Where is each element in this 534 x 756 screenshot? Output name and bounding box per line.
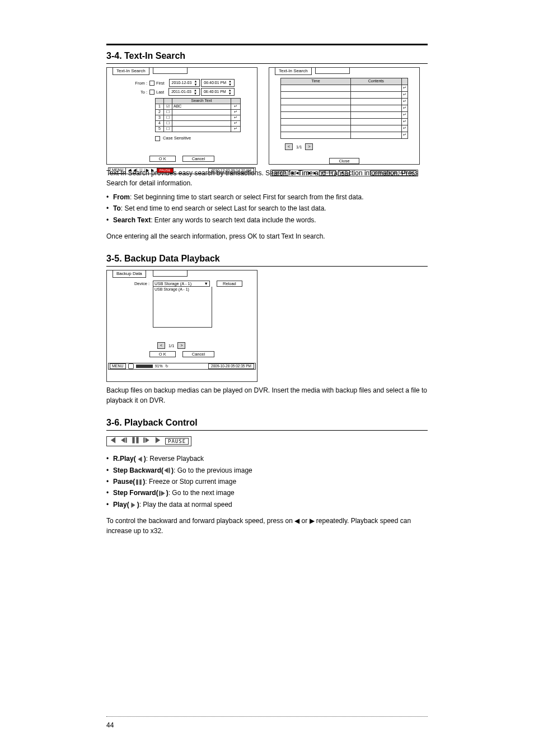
pause-icon [135, 478, 143, 486]
rplay-icon [136, 455, 144, 463]
cancel-button[interactable]: Cancel [182, 156, 214, 162]
fig1-tab-blank [153, 67, 188, 74]
menu-button[interactable]: MENU [110, 167, 126, 173]
fig-textin-search-form: Text-In Search From : First 2010-12-03▲▼… [106, 67, 257, 165]
fig3-tab: Backup Data [113, 270, 146, 278]
section-3-6-title: 3-6. Playback Control [106, 418, 428, 428]
svg-rect-3 [132, 437, 134, 444]
to-date[interactable]: 2011-01-03▲▼ [168, 88, 200, 96]
timestamp: 2009-10-28 05:02:35 PM [208, 363, 254, 369]
pause-pill: PAUSE [319, 170, 336, 175]
case-sensitive-checkbox[interactable] [155, 136, 160, 141]
svg-rect-11 [137, 479, 139, 485]
device-select[interactable]: USB Storage (A - 1)▼ [153, 281, 210, 287]
svg-marker-7 [156, 437, 160, 444]
section-3-5-title: 3-5. Backup Data Playback [106, 254, 428, 264]
svg-marker-1 [121, 438, 125, 443]
page-number: 44 [106, 721, 114, 729]
svg-marker-14 [161, 491, 165, 496]
play-icon[interactable] [154, 436, 162, 446]
page-indicator: 1/1 [168, 343, 174, 348]
fig-backup-data: Backup Data Device : USB Storage (A - 1)… [106, 270, 257, 382]
svg-rect-10 [168, 468, 170, 473]
cancel-button[interactable]: Cancel [182, 351, 214, 357]
lock-icon [128, 363, 134, 369]
fig2-tab: Text-In Search [275, 67, 312, 75]
section-3-4-title: 3-4. Text-In Search [106, 51, 428, 61]
play-controls[interactable]: ◀ ◀| || |▶ ▶ [128, 168, 154, 172]
text36-b1: R.Play(): Reverse Playback [106, 453, 428, 464]
text36-b2: Step Backward(): Go to the previous imag… [106, 465, 428, 476]
close-button[interactable]: Close [329, 158, 359, 164]
case-sensitive-label: Case Sensitive [163, 136, 191, 141]
fig1-statusbar: MENU ◀ ◀| || |▶ ▶ PAUSE 2010-12-03 09:14… [108, 167, 256, 174]
step-fwd-icon [158, 489, 166, 497]
text36-b4: Step Forward(): Go to the next image [106, 487, 428, 498]
svg-rect-5 [143, 438, 144, 443]
search-row-1[interactable]: ABC [172, 104, 231, 110]
fig2-statusbar: MENU ◀ ◀| || |▶ ▶ PAUSE ⏏① 2009-03-01 08… [270, 170, 418, 176]
step-fwd-icon[interactable] [143, 436, 151, 446]
svg-rect-13 [159, 491, 160, 496]
ok-button[interactable]: O K [149, 156, 176, 162]
timestamp: 2009-03-01 08:54:18 AM [371, 170, 416, 176]
from-date[interactable]: 2010-12-03▲▼ [169, 79, 200, 87]
search-row-5[interactable] [172, 127, 231, 132]
page-prev-button[interactable]: < [157, 342, 165, 349]
search-row-4[interactable] [172, 121, 231, 127]
search-text-table: Search Text 1☑ABC↵ 2☐↵ 3☐↵ 4☐↵ 5☐↵ [155, 98, 241, 132]
footer-rule [106, 716, 428, 717]
search-text-header: Search Text [172, 99, 231, 104]
fig-textin-search-results: Text-In Search TimeContents ↵ ↵ ↵ ↵ ↵ ↵ … [269, 67, 420, 165]
text34-b2: To: Set end time to end search or select… [106, 203, 428, 214]
device-list[interactable]: USB Storage (A - 1) [153, 287, 212, 328]
menu-button[interactable]: MENU [272, 170, 288, 176]
page-next-button[interactable]: > [305, 143, 313, 150]
page-indicator: 1/1 [296, 144, 302, 150]
contents-header: Contents [350, 78, 401, 85]
top-rule [106, 44, 428, 45]
last-label: Last [156, 90, 164, 95]
text34-p2: Once entering all the search information… [106, 231, 428, 241]
from-first-checkbox[interactable] [149, 81, 154, 86]
svg-marker-15 [131, 502, 135, 508]
playback-control-bar: PAUSE [106, 436, 191, 446]
svg-marker-9 [164, 468, 168, 473]
to-time[interactable]: 06:40:01 PM▲▼ [201, 88, 235, 96]
progress-pct: 91% [155, 364, 163, 368]
play-controls[interactable]: ◀ ◀| || |▶ ▶ [291, 171, 317, 175]
svg-rect-2 [125, 438, 127, 443]
pause-label: PAUSE [165, 438, 189, 445]
search-row-2[interactable] [172, 110, 231, 115]
from-time[interactable]: 06:40:01 PM▲▼ [201, 79, 235, 87]
play-icon [129, 501, 137, 508]
first-label: First [156, 81, 165, 86]
step-back-icon[interactable] [120, 436, 128, 446]
fig3-statusbar: MENU 91% ↻ 2009-10-28 05:02:35 PM [108, 363, 256, 370]
timestamp: 2010-12-03 09:14:20 AM [208, 168, 254, 174]
fig2-tab-blank [315, 67, 350, 74]
exit-pill: ⏏① [338, 170, 350, 175]
menu-button[interactable]: MENU [110, 363, 126, 369]
page-prev-button[interactable]: < [285, 143, 293, 150]
progress-bar [136, 365, 153, 368]
reload-button[interactable]: Reload [217, 281, 242, 287]
rplay-icon[interactable] [109, 436, 117, 446]
to-last-checkbox[interactable] [149, 90, 154, 95]
svg-marker-6 [146, 438, 149, 443]
svg-rect-4 [136, 437, 138, 444]
section-rule [106, 430, 428, 431]
fig3-tab-blank [153, 270, 188, 277]
text35-p1: Backup files on backup medias can be pla… [106, 385, 428, 405]
ok-button[interactable]: O K [149, 351, 176, 357]
results-table: TimeContents ↵ ↵ ↵ ↵ ↵ ↵ ↵ ↵ [280, 78, 408, 139]
search-row-3[interactable] [172, 115, 231, 121]
time-header: Time [280, 78, 350, 85]
page-next-button[interactable]: > [177, 342, 185, 349]
text34-b3: Search Text: Enter any words to search t… [106, 214, 428, 226]
pause-icon[interactable] [132, 436, 139, 446]
text36-b5: Play(): Play the data at normal speed [106, 499, 428, 510]
section-rule [106, 63, 428, 64]
text36-p1: To control the backward and forward play… [106, 516, 428, 536]
fig1-tab: Text-In Search [113, 67, 149, 75]
